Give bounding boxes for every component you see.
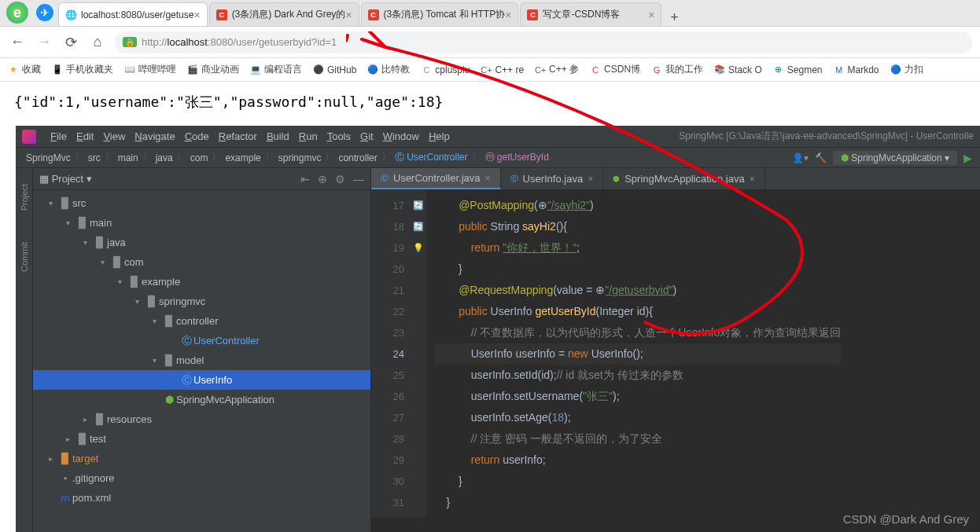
gutter-icons: 🔄🔄💡 <box>411 190 426 518</box>
menu-refactor[interactable]: Refactor <box>214 130 262 142</box>
bookmark-item[interactable]: 💻编程语言 <box>250 63 302 76</box>
project-tree-panel: ▦ Project ▾ ⇤ ⊕ ⚙ — ▾▉src▾▉main▾▉java▾▉c… <box>33 168 371 532</box>
new-tab-button[interactable]: + <box>663 9 685 26</box>
bookmark-item[interactable]: C+C++ re <box>481 64 524 75</box>
bookmark-item[interactable]: 📚Stack O <box>714 64 762 75</box>
browser-tab[interactable]: C(3条消息) Tomcat 和 HTTP协× <box>361 2 519 26</box>
crumb[interactable]: com <box>188 152 211 163</box>
crumb-class[interactable]: Ⓒ UserController <box>392 151 470 164</box>
menu-file[interactable]: File <box>46 130 72 142</box>
tree-item[interactable]: ⒸUserInfo <box>33 370 370 390</box>
browser-tab[interactable]: C写文章-CSDN博客× <box>520 2 661 26</box>
intellij-logo-icon <box>22 130 36 144</box>
bookmark-item[interactable]: 🔵力扣 <box>890 63 923 76</box>
url-input[interactable]: 🔒 http://localhost:8080/user/getuserbyid… <box>115 31 972 53</box>
code-editor: ⒸUserController.java×ⒸUserInfo.java×⬢Spr… <box>371 168 980 532</box>
bookmarks-bar: ★收藏📱手机收藏夹📖哔哩哔哩🎬商业动画💻编程语言⚫GitHub🔵比特教Ccplu… <box>0 58 980 82</box>
crumb[interactable]: SpringMvc <box>24 152 73 163</box>
message-icon[interactable]: ✈ <box>36 4 53 21</box>
bookmark-item[interactable]: G我的工作 <box>651 63 703 76</box>
side-tab-project[interactable]: Project <box>20 184 29 211</box>
editor-tab[interactable]: ⒸUserInfo.java× <box>501 168 604 189</box>
tree-item[interactable]: ▾▉example <box>33 272 370 292</box>
tree-item[interactable]: ▾▉src <box>33 193 370 213</box>
crumb[interactable]: example <box>223 152 263 163</box>
menu-code[interactable]: Code <box>180 130 214 142</box>
tree-item[interactable]: ▾▉main <box>33 213 370 233</box>
reload-button[interactable]: ⟳ <box>61 34 80 51</box>
crumb[interactable]: main <box>116 152 141 163</box>
browser-tab[interactable]: 🌐localhost:8080/user/getuse× <box>58 2 208 26</box>
hide-icon[interactable]: — <box>353 173 364 185</box>
bookmark-item[interactable]: 📖哔哩哔哩 <box>124 63 176 76</box>
project-tree[interactable]: ▾▉src▾▉main▾▉java▾▉com▾▉example▾▉springm… <box>33 190 370 511</box>
hammer-icon[interactable]: 🔨 <box>815 152 827 163</box>
ide-side-tabs: Project Commit <box>16 168 33 532</box>
address-bar: ← → ⟳ ⌂ 🔒 http://localhost:8080/user/get… <box>0 27 980 58</box>
ide-window-title: SpringMvc [G:\Java语言\java-ee-advanced\Sp… <box>679 130 974 143</box>
tree-item[interactable]: ▪.gitignore <box>33 468 370 488</box>
bookmark-item[interactable]: 📱手机收藏夹 <box>52 63 113 76</box>
bookmark-item[interactable]: ⊕Segmen <box>773 64 823 75</box>
line-gutter: 171819202122232425262728293031 <box>371 190 411 518</box>
ide-breadcrumbs: SpringMvc〉src〉main〉java〉com〉example〉spri… <box>16 148 980 168</box>
browser-tab-strip: e ✈ 🌐localhost:8080/user/getuse×C(3条消息) … <box>0 0 980 27</box>
browser-logo-icon: e <box>6 2 28 24</box>
editor-tab[interactable]: ⒸUserController.java× <box>371 168 501 189</box>
menu-build[interactable]: Build <box>262 130 294 142</box>
bookmark-item[interactable]: C+C++ 参 <box>535 63 579 76</box>
forward-button[interactable]: → <box>35 34 53 50</box>
bookmark-item[interactable]: ★收藏 <box>8 63 41 76</box>
tree-item[interactable]: ▾▉java <box>33 233 370 252</box>
menu-tools[interactable]: Tools <box>322 130 356 142</box>
browser-tab[interactable]: C(3条消息) Dark And Grey的× <box>209 2 359 26</box>
menu-help[interactable]: Help <box>424 130 455 142</box>
tree-item[interactable]: ⒸUserController <box>33 331 370 350</box>
crumb[interactable]: controller <box>336 152 379 163</box>
side-tab-commit[interactable]: Commit <box>20 242 29 272</box>
tree-item[interactable]: mpom.xml <box>33 488 370 508</box>
tree-item[interactable]: ▸▉target <box>33 449 370 468</box>
tree-item[interactable]: ▾▉controller <box>33 311 370 331</box>
menu-run[interactable]: Run <box>294 130 322 142</box>
project-tree-title: ▦ Project ▾ <box>39 173 92 185</box>
bookmark-item[interactable]: Ccplusplu <box>421 64 470 75</box>
editor-tab[interactable]: ⬢SpringMvcApplication.java× <box>603 168 764 189</box>
bookmark-item[interactable]: CCSDN博 <box>590 63 640 76</box>
code-lines[interactable]: @PostMapping(⊕"/sayhi2") public String s… <box>426 190 841 518</box>
ide-menu-bar: FileEditViewNavigateCodeRefactorBuildRun… <box>16 126 980 148</box>
menu-git[interactable]: Git <box>356 130 378 142</box>
close-icon[interactable]: × <box>505 9 511 21</box>
collapse-icon[interactable]: ⇤ <box>300 173 310 185</box>
bookmark-item[interactable]: MMarkdo <box>834 64 879 75</box>
back-button[interactable]: ← <box>8 34 27 50</box>
crumb[interactable]: java <box>153 152 175 163</box>
tree-item[interactable]: ▾▉springmvc <box>33 292 370 311</box>
settings-icon[interactable]: ⚙ <box>335 173 345 185</box>
close-icon[interactable]: × <box>345 9 352 21</box>
url-text: http://localhost:8080/user/getuserbyid?i… <box>142 36 337 48</box>
tree-item[interactable]: ▾▉model <box>33 350 370 370</box>
expand-icon[interactable]: ⊕ <box>318 173 327 185</box>
menu-navigate[interactable]: Navigate <box>130 130 179 142</box>
menu-edit[interactable]: Edit <box>72 130 98 142</box>
crumb-method[interactable]: ⓜ getUserById <box>483 151 551 164</box>
close-icon[interactable]: × <box>193 9 200 21</box>
home-button[interactable]: ⌂ <box>88 34 107 50</box>
crumb[interactable]: springmvc <box>276 152 324 163</box>
menu-window[interactable]: Window <box>378 130 424 142</box>
response-body: {"id":1,"username":"张三","password":null,… <box>0 82 980 123</box>
tree-item[interactable]: ⬢SpringMvcApplication <box>33 390 370 409</box>
bookmark-item[interactable]: ⚫GitHub <box>313 64 356 75</box>
run-icon[interactable]: ▶ <box>963 152 972 164</box>
tree-item[interactable]: ▾▉com <box>33 252 370 272</box>
person-icon[interactable]: 👤▾ <box>792 152 809 163</box>
bookmark-item[interactable]: 🔵比特教 <box>367 63 410 76</box>
tree-item[interactable]: ▸▉resources <box>33 409 370 429</box>
close-icon[interactable]: × <box>648 9 654 21</box>
tree-item[interactable]: ▸▉test <box>33 429 370 449</box>
crumb[interactable]: src <box>86 152 103 163</box>
menu-view[interactable]: View <box>98 130 130 142</box>
bookmark-item[interactable]: 🎬商业动画 <box>187 63 239 76</box>
run-config-selector[interactable]: ⬢ SpringMvcApplication ▾ <box>833 151 957 165</box>
